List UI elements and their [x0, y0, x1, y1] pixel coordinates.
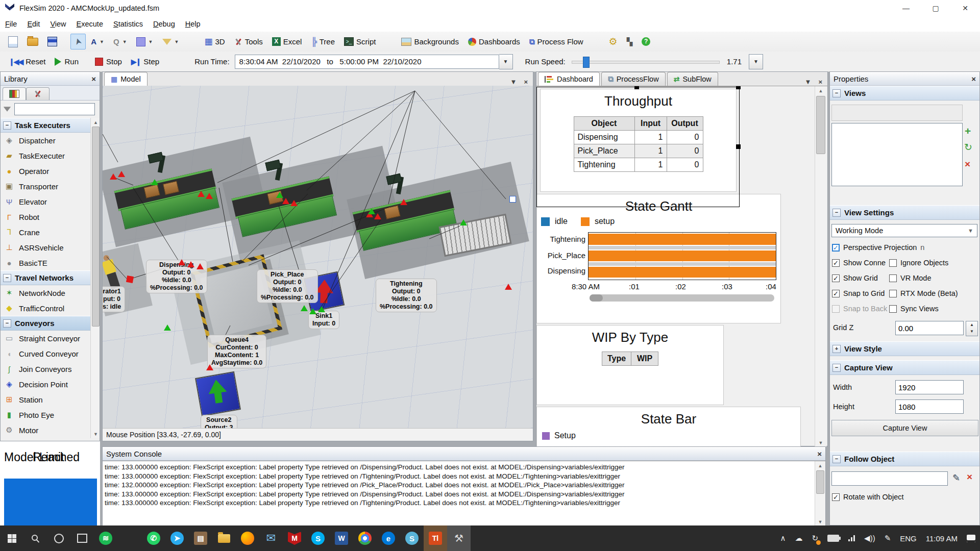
dropdown-arrow-icon[interactable]: ▼ [122, 39, 127, 44]
taskbar-app-edge[interactable]: e [377, 525, 400, 551]
state-gantt-widget[interactable]: State Gantt idle setup Tightening Pick_P… [536, 194, 781, 323]
scroll-up-icon[interactable]: ▲ [815, 86, 826, 95]
taskbar-app-word[interactable]: W [330, 525, 353, 551]
dropdown-arrow-icon[interactable]: ▼ [149, 39, 153, 44]
library-item[interactable]: ⊥ ASRSvehicle [1, 240, 90, 255]
library-item[interactable]: ʃ Join Conveyors [1, 361, 90, 377]
sync-icon[interactable]: ↻ [807, 525, 823, 551]
tab-close-icon[interactable]: × [818, 78, 822, 86]
step-button[interactable]: ▶❙Step [127, 55, 164, 68]
onedrive-icon[interactable]: ☁ [791, 525, 807, 551]
scroll-down-icon[interactable]: ▼ [815, 517, 825, 526]
library-item[interactable]: ⅂ Crane [1, 224, 90, 240]
selection-handle[interactable] [736, 86, 741, 89]
run-time-field[interactable]: 8:30:04 AM 22/10/2020 to 5:00:00 PM 22/1… [235, 55, 499, 69]
excel-button[interactable]: XExcel [268, 35, 306, 48]
language-indicator[interactable]: ENG [895, 525, 921, 551]
throughput-widget[interactable]: Throughput Object Input Output Dispensin… [540, 89, 737, 192]
taskbar-app-mail[interactable]: ✉ [259, 525, 283, 551]
taskbar-app-mcafee[interactable]: M [283, 525, 306, 551]
library-item[interactable]: ▭ Straight Conveyor [1, 331, 90, 346]
slider-thumb[interactable] [583, 57, 590, 68]
tab-subflow[interactable]: ⇄ SubFlow [667, 72, 718, 86]
follow-object-input[interactable] [831, 471, 948, 486]
grid-z-stepper[interactable]: ▲▼ [966, 321, 978, 336]
library-item[interactable]: Γ Robot [1, 209, 90, 224]
help-button[interactable]: ? [638, 35, 654, 48]
collapse-icon[interactable]: − [832, 364, 841, 372]
selection-handle[interactable] [736, 144, 741, 149]
collapse-icon[interactable]: − [3, 121, 11, 130]
state-bar-widget[interactable]: State Bar Setup [536, 407, 801, 447]
capture-view-button[interactable]: Capture View [831, 420, 978, 436]
library-item[interactable]: ◈ Decision Point [1, 377, 90, 392]
tray-chevron-up-icon[interactable]: ∧ [776, 525, 791, 551]
dropdown-arrow-icon[interactable]: ▼ [100, 39, 104, 44]
library-tab[interactable] [3, 87, 26, 100]
select-pointer-button[interactable]: ➤ [70, 34, 86, 49]
taskbar-app-chrome[interactable] [353, 525, 377, 551]
menu-item[interactable]: Statistics [108, 18, 148, 30]
menu-item[interactable]: File [0, 18, 22, 30]
run-speed-dropdown[interactable]: ▼ [749, 54, 763, 69]
action-center-icon[interactable] [962, 525, 980, 551]
library-item[interactable]: ◆ TrafficControl [1, 300, 90, 316]
connect-ports-button[interactable]: Q▼ [109, 35, 131, 48]
capture-width-input[interactable] [895, 380, 964, 394]
checkbox-perspective-projection[interactable] [832, 244, 840, 252]
settings-button[interactable]: ⚙ [605, 33, 622, 50]
library-item[interactable]: ✶ NetworkNode [1, 285, 90, 300]
scroll-down-icon[interactable]: ▼ [815, 438, 826, 447]
tab-model[interactable]: ▦ Model [104, 72, 148, 86]
add-view-icon[interactable]: + [965, 125, 971, 137]
tab-list-dropdown-icon[interactable]: ▼ [805, 78, 812, 86]
library-scrollbar[interactable]: ▲ ▼ [90, 118, 100, 438]
run-button[interactable]: Run [50, 55, 83, 68]
dropdown-arrow-icon[interactable]: ▼ [175, 39, 179, 44]
scroll-thumb[interactable] [92, 127, 100, 327]
gantt-scrollbar[interactable] [590, 294, 774, 302]
pen-icon[interactable]: ✎ [880, 525, 896, 551]
menu-item[interactable]: Edit [22, 18, 45, 30]
wifi-icon[interactable] [844, 525, 860, 551]
refresh-views-icon[interactable]: ↻ [964, 141, 972, 153]
capture-height-input[interactable] [895, 399, 964, 414]
wip-widget[interactable]: WIP By Type Type WIP [536, 325, 724, 405]
library-item[interactable]: ◖ Curved Conveyor [1, 346, 90, 361]
properties-close-icon[interactable]: × [971, 74, 976, 83]
run-speed-slider[interactable] [572, 57, 720, 67]
task-view-button[interactable] [70, 525, 94, 551]
tab-close-icon[interactable]: × [524, 78, 528, 86]
scroll-up-icon[interactable]: ▲ [91, 118, 100, 127]
taskbar-app-skype-business[interactable]: S [400, 525, 424, 551]
console-scrollbar[interactable]: ▲ ▼ [815, 461, 825, 526]
dashboards-button[interactable]: Dashboards [464, 35, 524, 48]
script-button[interactable]: >_Script [340, 35, 380, 48]
checkbox-sync-views[interactable] [889, 305, 897, 313]
process-flow-button[interactable]: ⧉Process Flow [525, 35, 587, 49]
section-views[interactable]: − Views [830, 86, 979, 101]
selection-handle[interactable] [634, 86, 639, 89]
section-follow-object[interactable]: − Follow Object [830, 452, 979, 466]
checkbox-ignore-objects[interactable] [889, 259, 897, 267]
library-item[interactable]: ● Operator [1, 163, 90, 179]
eyedropper-icon[interactable]: ✎ [952, 472, 960, 484]
views-name-field[interactable] [831, 105, 963, 121]
connect-objects-button[interactable]: A▼ [87, 35, 108, 48]
checkbox-rtx-mode[interactable] [889, 290, 897, 297]
taskbar-clock[interactable]: 11:09 AM [921, 525, 962, 551]
checkbox-show-connections[interactable] [832, 259, 840, 267]
grid-z-input[interactable] [895, 321, 964, 335]
checkbox-rotate-with-object[interactable] [832, 493, 840, 501]
tree-button[interactable]: ╠Tree [307, 35, 339, 49]
battery-icon[interactable] [823, 525, 844, 551]
taskbar-app-spotify[interactable]: ≋ [94, 525, 117, 551]
library-item[interactable]: ⊞ Station [1, 392, 90, 407]
menu-item[interactable]: Execute [71, 18, 108, 30]
library-close-icon[interactable]: × [91, 74, 96, 83]
taskbar-app-skype[interactable]: S [306, 525, 330, 551]
taskbar-search-button[interactable] [23, 525, 47, 551]
clear-follow-icon[interactable]: × [967, 471, 972, 483]
save-button[interactable] [43, 34, 61, 49]
working-mode-dropdown[interactable]: Working Mode ▼ [831, 224, 977, 237]
